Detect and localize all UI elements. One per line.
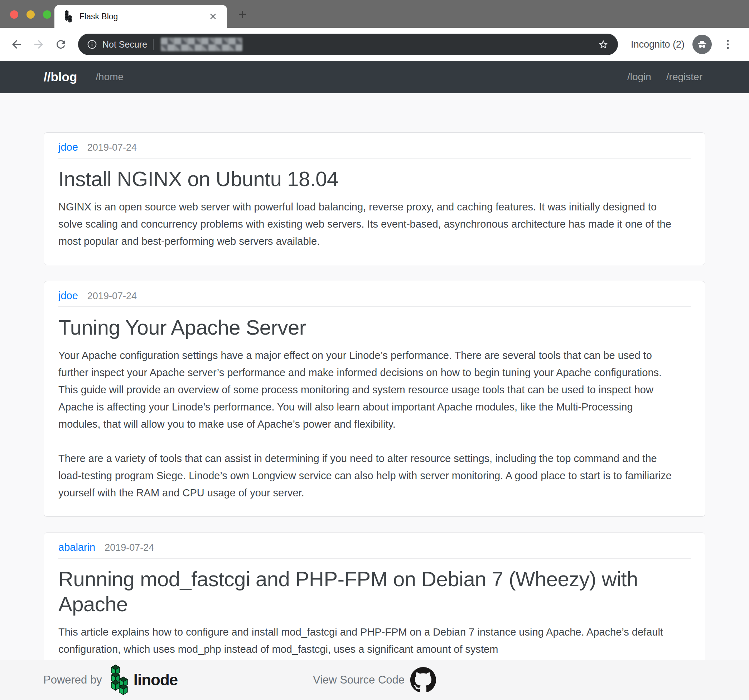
post-date: 2019-07-24 <box>104 543 154 553</box>
forward-icon[interactable] <box>32 36 46 53</box>
post-meta: jdoe 2019-07-24 <box>58 291 691 301</box>
linode-wordmark: linode <box>133 671 178 689</box>
reload-icon[interactable] <box>54 36 68 53</box>
site-navbar: //blog /home /login /register <box>0 61 749 93</box>
incognito-avatar-icon[interactable] <box>692 35 712 54</box>
url-divider <box>153 39 154 50</box>
new-tab-button[interactable] <box>236 8 248 20</box>
navbar-brand[interactable]: //blog <box>44 70 77 84</box>
post-meta: abalarin 2019-07-24 <box>58 542 691 553</box>
url-bar[interactable]: Not Secure <box>78 34 618 55</box>
post-meta-divider <box>58 307 691 307</box>
tab-title: Flask Blog <box>79 12 208 21</box>
browser-tab-strip: Flask Blog <box>0 0 749 28</box>
post-paragraph: There are a variety of tools that can as… <box>58 450 678 502</box>
linode-favicon-icon <box>63 10 74 23</box>
post-author-link[interactable]: abalarin <box>58 542 95 552</box>
post-card: jdoe 2019-07-24 Tuning Your Apache Serve… <box>44 281 705 517</box>
post-meta-divider <box>58 558 691 559</box>
post-body: This article explains how to configure a… <box>58 624 691 658</box>
nav-link-register[interactable]: /register <box>666 71 702 83</box>
window-minimize-button[interactable] <box>26 11 35 18</box>
page-footer: Powered by linode View Source Code <box>0 660 749 700</box>
view-source-link[interactable]: View Source Code <box>313 674 405 686</box>
powered-by-label: Powered by <box>43 674 102 686</box>
window-controls <box>10 11 51 18</box>
nav-link-login[interactable]: /login <box>627 71 651 83</box>
post-date: 2019-07-24 <box>87 291 137 301</box>
post-card: abalarin 2019-07-24 Running mod_fastcgi … <box>44 532 705 674</box>
profile-area: Incognito (2) <box>631 35 712 54</box>
github-icon[interactable] <box>410 667 436 693</box>
post-author-link[interactable]: jdoe <box>58 291 78 301</box>
post-title: Install NGINX on Ubuntu 18.04 <box>58 166 638 192</box>
post-title: Tuning Your Apache Server <box>58 315 638 340</box>
browser-toolbar: Not Secure Incognito (2) <box>0 28 749 61</box>
navbar-right-links: /login /register <box>627 71 702 83</box>
nav-link-home[interactable]: /home <box>96 71 124 83</box>
window-zoom-button[interactable] <box>43 11 51 18</box>
window-close-button[interactable] <box>10 11 18 18</box>
browser-tab[interactable]: Flask Blog <box>54 5 227 28</box>
info-icon[interactable] <box>87 39 97 50</box>
post-body: Your Apache configuration settings have … <box>58 347 691 502</box>
back-icon[interactable] <box>9 36 24 53</box>
post-date: 2019-07-24 <box>87 142 137 153</box>
post-body: NGINX is an open source web server with … <box>58 198 691 250</box>
post-paragraph: Your Apache configuration settings have … <box>58 347 678 433</box>
post-meta: jdoe 2019-07-24 <box>58 142 691 153</box>
linode-logo-link[interactable]: linode <box>109 664 178 696</box>
post-paragraph: NGINX is an open source web server with … <box>58 198 678 250</box>
incognito-count-label: Incognito (2) <box>631 39 685 50</box>
powered-by-group: Powered by linode <box>43 664 177 696</box>
post-card: jdoe 2019-07-24 Install NGINX on Ubuntu … <box>44 133 705 265</box>
bookmark-star-icon[interactable] <box>597 38 609 50</box>
post-meta-divider <box>58 158 691 159</box>
post-author-link[interactable]: jdoe <box>58 142 78 153</box>
linode-cubes-icon <box>109 664 131 696</box>
tab-close-icon[interactable] <box>208 11 219 22</box>
page-content: jdoe 2019-07-24 Install NGINX on Ubuntu … <box>0 93 749 700</box>
post-title: Running mod_fastcgi and PHP-FPM on Debia… <box>58 566 638 617</box>
censored-url-text[interactable] <box>161 38 242 51</box>
post-paragraph: This article explains how to configure a… <box>58 624 678 658</box>
view-source-group: View Source Code <box>313 667 436 693</box>
browser-menu-icon[interactable] <box>722 37 734 52</box>
security-label[interactable]: Not Secure <box>102 40 147 50</box>
